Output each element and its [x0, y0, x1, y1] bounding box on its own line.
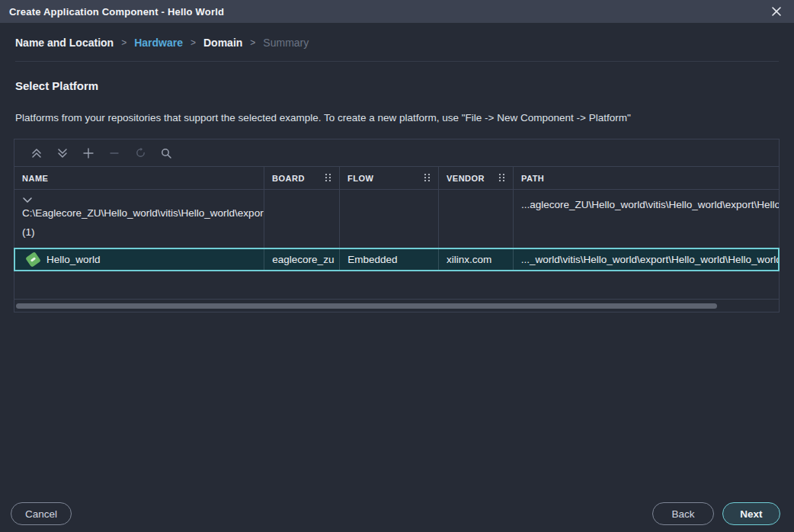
platform-board-cell: eaglecore_zu [264, 249, 339, 270]
table-header-row: NAME BOARD FLOW VENDOR PATH [14, 166, 779, 190]
close-icon[interactable] [768, 3, 785, 20]
column-header-vendor[interactable]: VENDOR [438, 167, 513, 189]
page-title: Select Platform [15, 79, 98, 92]
column-header-label: FLOW [347, 174, 373, 183]
group-board-cell [264, 190, 339, 248]
group-vendor-cell [438, 190, 513, 248]
platform-name-cell: Hello_world [15, 249, 264, 270]
chevron-right-icon: > [121, 37, 126, 48]
platform-group-row[interactable]: C:\Eaglecore_ZU\Hello_world\vitis\Hello_… [14, 190, 779, 248]
platform-flow-cell: Embedded [339, 249, 438, 270]
platform-name-label: Hello_world [46, 254, 101, 265]
chevron-right-icon: > [190, 37, 196, 48]
expand-all-icon[interactable] [50, 143, 75, 164]
refresh-icon [127, 143, 153, 164]
create-application-component-dialog: Create Application Component - Hello Wor… [0, 0, 794, 532]
group-name-cell: C:\Eaglecore_ZU\Hello_world\vitis\Hello_… [14, 190, 264, 248]
breadcrumb: Name and Location > Hardware > Domain > … [15, 37, 779, 49]
cancel-button[interactable]: Cancel [11, 502, 72, 525]
chevron-down-icon[interactable] [22, 194, 264, 206]
column-header-label: VENDOR [447, 174, 485, 183]
dialog-titlebar: Create Application Component - Hello Wor… [0, 0, 794, 23]
collapse-all-icon[interactable] [24, 143, 50, 164]
column-header-label: BOARD [272, 174, 305, 183]
back-button[interactable]: Back [652, 502, 714, 525]
search-icon[interactable] [153, 143, 179, 164]
column-header-path[interactable]: PATH [513, 167, 779, 189]
group-flow-cell [339, 190, 438, 248]
breadcrumb-step-hardware[interactable]: Hardware [134, 37, 183, 49]
chevron-right-icon: > [250, 37, 255, 48]
horizontal-scrollbar-track[interactable] [14, 299, 779, 312]
platform-icon [25, 252, 41, 268]
platform-path-cell: ..._world\vitis\Hello_world\export\Hello… [513, 249, 778, 270]
group-path-cell: ...aglecore_ZU\Hello_world\vitis\Hello_w… [513, 190, 779, 248]
next-button[interactable]: Next [722, 502, 780, 525]
column-header-board[interactable]: BOARD [264, 167, 339, 189]
platform-vendor-cell: xilinx.com [438, 249, 513, 270]
platform-row-hello-world[interactable]: Hello_world eaglecore_zu Embedded xilinx… [14, 248, 780, 271]
horizontal-scrollbar-thumb[interactable] [16, 303, 717, 309]
column-grip-icon[interactable] [424, 173, 431, 184]
breadcrumb-step-summary: Summary [263, 37, 309, 49]
group-count-label: (1) [22, 226, 264, 238]
column-header-label: PATH [521, 174, 544, 183]
page-description: Platforms from your repositories that su… [15, 112, 631, 123]
column-grip-icon[interactable] [498, 173, 505, 184]
dialog-title: Create Application Component - Hello Wor… [9, 6, 224, 18]
table-toolbar [14, 139, 779, 166]
group-path-label: C:\Eaglecore_ZU\Hello_world\vitis\Hello_… [22, 207, 264, 219]
platform-table: NAME BOARD FLOW VENDOR PATH [14, 139, 780, 312]
breadcrumb-step-name-and-location[interactable]: Name and Location [15, 37, 114, 49]
breadcrumb-divider [15, 61, 779, 62]
add-icon[interactable] [75, 143, 101, 164]
column-header-label: NAME [22, 174, 48, 183]
column-header-flow[interactable]: FLOW [339, 167, 438, 189]
breadcrumb-step-domain[interactable]: Domain [203, 37, 242, 49]
column-header-name[interactable]: NAME [14, 167, 264, 189]
remove-icon [101, 143, 127, 164]
column-grip-icon[interactable] [325, 173, 331, 184]
